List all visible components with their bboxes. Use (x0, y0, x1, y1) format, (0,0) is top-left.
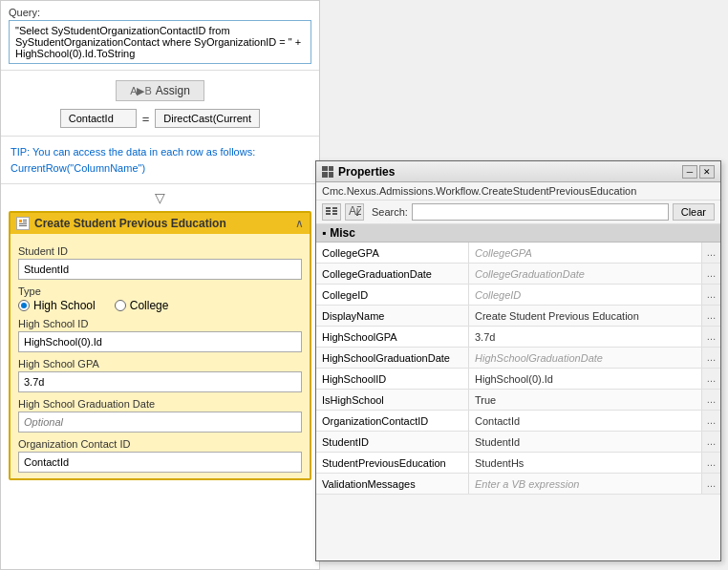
prop-edit-button[interactable]: … (701, 243, 720, 263)
properties-rows: CollegeGPACollegeGPA…CollegeGraduationDa… (316, 243, 720, 495)
activity-icon (16, 217, 30, 230)
prop-value: StudentId (469, 432, 701, 452)
activity-body: Student ID Type High School College High… (11, 234, 310, 478)
prop-edit-button[interactable]: … (701, 348, 720, 368)
prop-name: CollegeGraduationDate (316, 264, 469, 284)
highschool-id-input[interactable] (18, 331, 302, 352)
prop-value: ContactId (469, 411, 701, 431)
prop-edit-button[interactable]: … (701, 306, 720, 326)
highschool-gpa-input[interactable] (18, 371, 302, 392)
assign-label: Assign (156, 84, 190, 97)
query-box[interactable]: "Select SyStudentOrganizationContactID f… (9, 20, 311, 64)
prop-name: ValidationMessages (316, 474, 469, 494)
search-input[interactable] (412, 203, 669, 221)
prop-edit-button[interactable]: … (701, 369, 720, 389)
svg-rect-0 (19, 220, 22, 222)
assign-ab-icon: A▶B (130, 85, 152, 97)
expand-icon: ▪ (322, 226, 326, 240)
svg-rect-4 (19, 225, 27, 226)
prop-name: DisplayName (316, 306, 469, 326)
highschool-grad-input[interactable] (18, 412, 302, 433)
canvas-area: Query: "Select SyStudentOrganizationCont… (0, 0, 320, 570)
prop-value: CollegeID (469, 285, 701, 305)
radio-college[interactable]: College (115, 299, 169, 312)
table-row: HighSchoolGPA3.7d… (316, 327, 720, 348)
sort-category-button[interactable] (322, 203, 341, 221)
radio-highschool-label: High School (33, 299, 96, 312)
svg-text:AZ: AZ (349, 205, 361, 218)
prop-name: CollegeID (316, 285, 469, 305)
collapse-button[interactable]: ∧ (295, 217, 304, 230)
activity-name: Create Student Previous Education (34, 217, 226, 230)
table-row: OrganizationContactIDContactId… (316, 411, 720, 432)
assign-field[interactable]: ContactId (60, 109, 137, 128)
activity-block: Create Student Previous Education ∧ Stud… (9, 211, 311, 480)
radio-college-circle[interactable] (115, 300, 126, 311)
table-row: IsHighSchoolTrue… (316, 390, 720, 411)
table-row: CollegeGPACollegeGPA… (316, 243, 720, 264)
student-id-label: Student ID (18, 245, 302, 257)
radio-college-label: College (130, 299, 169, 312)
svg-rect-6 (326, 210, 331, 212)
svg-rect-10 (332, 213, 337, 215)
properties-title-text: Properties (338, 165, 395, 179)
properties-subtitle: Cmc.Nexus.Admissions.Workflow.CreateStud… (316, 182, 720, 201)
svg-rect-7 (326, 213, 331, 215)
org-contact-input[interactable] (18, 452, 302, 473)
tip-line2: CurrentRow("ColumnName") (11, 160, 310, 177)
prop-name: OrganizationContactID (316, 411, 469, 431)
prop-name: StudentID (316, 432, 469, 452)
prop-value: Create Student Previous Education (469, 306, 701, 326)
prop-name: HighSchoolGraduationDate (316, 348, 469, 368)
properties-table: ▪ Misc CollegeGPACollegeGPA…CollegeGradu… (316, 224, 720, 560)
highschool-id-label: High School ID (18, 318, 302, 329)
properties-titlebar: Properties ─ ✕ (316, 161, 720, 182)
prop-edit-button[interactable]: … (701, 285, 720, 305)
assign-block: A▶B Assign ContactId = DirectCast(Curren… (1, 71, 319, 137)
table-row: HighSchoolIDHighSchool(0).Id… (316, 369, 720, 390)
prop-edit-button[interactable]: … (701, 390, 720, 410)
prop-value: HighSchoolGraduationDate (469, 348, 701, 368)
prop-edit-button[interactable]: … (701, 264, 720, 284)
close-button[interactable]: ✕ (699, 165, 715, 179)
table-row: CollegeIDCollegeID… (316, 285, 720, 306)
misc-label: Misc (330, 226, 355, 240)
svg-rect-5 (326, 207, 331, 209)
prop-value: StudentHs (469, 453, 701, 473)
prop-value: CollegeGraduationDate (469, 264, 701, 284)
properties-grid-icon (322, 166, 333, 178)
prop-name: IsHighSchool (316, 390, 469, 410)
query-section: Query: "Select SyStudentOrganizationCont… (1, 1, 319, 71)
table-row: StudentIDStudentId… (316, 432, 720, 453)
prop-name: StudentPreviousEducation (316, 453, 469, 473)
minimize-button[interactable]: ─ (682, 165, 697, 179)
sort-alpha-button[interactable]: AZ (345, 203, 364, 221)
properties-title: Properties (322, 165, 395, 179)
radio-highschool-circle[interactable] (18, 300, 30, 311)
student-id-input[interactable] (18, 259, 302, 280)
prop-edit-button[interactable]: … (701, 453, 720, 473)
query-label: Query: (9, 7, 311, 18)
prop-edit-button[interactable]: … (701, 411, 720, 431)
svg-rect-1 (23, 220, 27, 221)
table-row: DisplayNameCreate Student Previous Educa… (316, 306, 720, 327)
svg-rect-2 (23, 222, 27, 222)
prop-value: HighSchool(0).Id (469, 369, 701, 389)
properties-panel: Properties ─ ✕ Cmc.Nexus.Admissions.Work… (315, 160, 721, 561)
highschool-gpa-label: High School GPA (18, 358, 302, 369)
assign-value[interactable]: DirectCast(Current (155, 109, 260, 128)
prop-value: True (469, 390, 701, 410)
radio-highschool[interactable]: High School (18, 299, 96, 312)
flow-arrow: ▽ (1, 184, 319, 211)
prop-value: 3.7d (469, 327, 701, 347)
prop-edit-button[interactable]: … (701, 327, 720, 347)
org-contact-label: Organization Contact ID (18, 438, 302, 450)
prop-edit-button[interactable]: … (701, 474, 720, 494)
clear-button[interactable]: Clear (673, 203, 715, 221)
prop-value: Enter a VB expression (469, 474, 701, 494)
tip-section: TIP: You can access the data in each row… (1, 137, 319, 184)
activity-header: Create Student Previous Education ∧ (11, 213, 310, 234)
table-row: HighSchoolGraduationDateHighSchoolGradua… (316, 348, 720, 369)
prop-edit-button[interactable]: … (701, 432, 720, 452)
activity-title: Create Student Previous Education (16, 217, 226, 230)
